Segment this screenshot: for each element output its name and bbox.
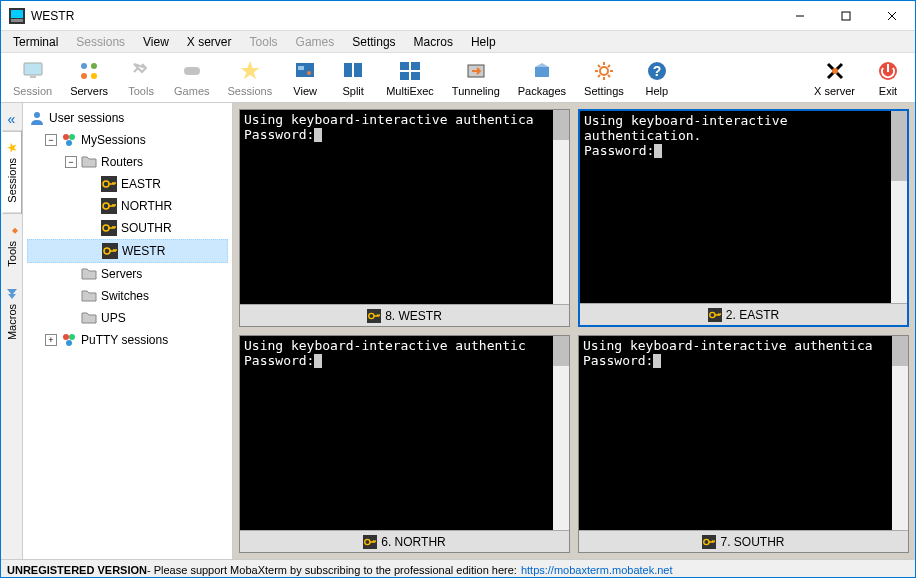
toolbar-help-button[interactable]: ?Help [636,57,678,99]
svg-point-44 [69,334,75,340]
session-tree: User sessions − MySessions − Routers EAS… [23,103,233,559]
cursor-icon [314,354,322,368]
svg-rect-18 [354,63,362,77]
toolbar-packages-button[interactable]: Packages [512,57,572,99]
expander-icon[interactable]: + [45,334,57,346]
folder-icon [81,266,97,282]
menu-macros[interactable]: Macros [406,33,461,51]
side-tab-tools[interactable]: Tools [2,214,22,278]
toolbar-multiexec-button[interactable]: MultiExec [380,57,440,99]
terminal-line: Using keyboard-interactive authenticatio… [584,113,795,143]
svg-rect-7 [24,63,42,75]
tunnel-icon [464,59,488,83]
terminal-tab-label: 2. EASTR [726,308,779,322]
side-tab-label: Sessions [6,158,18,203]
toolbar: SessionServersToolsGamesSessionsViewSpli… [1,53,915,103]
cursor-icon [654,144,662,158]
terminal-tab[interactable]: 2. EASTR [580,303,907,325]
scrollbar[interactable] [553,110,569,304]
tree-session-eastr[interactable]: EASTR [27,173,228,195]
tree-mysessions[interactable]: − MySessions [27,129,228,151]
terminal-grid: Using keyboard-interactive authentica Pa… [233,103,915,559]
toolbar-settings-button[interactable]: Settings [578,57,630,99]
tree-ups[interactable]: UPS [27,307,228,329]
minimize-button[interactable] [777,1,823,31]
svg-rect-17 [344,63,352,77]
tree-label: User sessions [49,111,124,125]
key-icon [101,198,117,214]
side-tab-label: Tools [6,241,18,267]
toolbar-label: Games [174,85,209,97]
terminal-panel-1[interactable]: Using keyboard-interactive authenticatio… [578,109,909,327]
tree-session-westr[interactable]: WESTR [27,239,228,263]
tree-root[interactable]: User sessions [27,107,228,129]
svg-point-12 [91,73,97,79]
toolbar-label: X server [814,85,855,97]
scrollbar[interactable] [892,336,908,530]
tree-session-southr[interactable]: SOUTHR [27,217,228,239]
status-link[interactable]: https://mobaxterm.mobatek.net [521,564,673,576]
cursor-icon [653,354,661,368]
terminal-tab[interactable]: 6. NORTHR [240,530,569,552]
svg-rect-15 [298,66,304,70]
tree-label: NORTHR [121,199,172,213]
scrollbar[interactable] [891,111,907,303]
terminal-tab-label: 7. SOUTHR [720,535,784,549]
terminal-panel-2[interactable]: Using keyboard-interactive authentic Pas… [239,335,570,553]
menu-view[interactable]: View [135,33,177,51]
menu-x-server[interactable]: X server [179,33,240,51]
scrollbar[interactable] [553,336,569,530]
scroll-thumb[interactable] [892,336,908,366]
macros-icon [6,288,18,300]
app-icon [9,8,25,24]
terminal-tab[interactable]: 8. WESTR [240,304,569,326]
key-icon [363,535,377,549]
svg-rect-1 [11,10,23,18]
svg-point-31 [34,112,40,118]
menu-terminal[interactable]: Terminal [5,33,66,51]
side-tab-macros[interactable]: Macros [2,277,22,351]
toolbar-tunneling-button[interactable]: Tunneling [446,57,506,99]
expander-icon[interactable]: − [45,134,57,146]
key-icon [101,176,117,192]
menu-settings[interactable]: Settings [344,33,403,51]
tree-routers[interactable]: − Routers [27,151,228,173]
tree-servers[interactable]: Servers [27,263,228,285]
terminal-output[interactable]: Using keyboard-interactive authenticatio… [580,111,907,303]
menu-tools: Tools [242,33,286,51]
key-icon [367,309,381,323]
scroll-thumb[interactable] [553,336,569,366]
tree-session-northr[interactable]: NORTHR [27,195,228,217]
toolbar-exit-button[interactable]: Exit [867,57,909,99]
tree-switches[interactable]: Switches [27,285,228,307]
toolbar-split-button[interactable]: Split [332,57,374,99]
svg-point-11 [81,73,87,79]
terminal-output[interactable]: Using keyboard-interactive authentica Pa… [579,336,908,530]
collapse-sidebar-button[interactable]: « [2,109,22,129]
expander-icon[interactable]: − [65,156,77,168]
terminal-output[interactable]: Using keyboard-interactive authentic Pas… [240,336,569,530]
maximize-button[interactable] [823,1,869,31]
close-button[interactable] [869,1,915,31]
scroll-thumb[interactable] [553,110,569,140]
terminal-tab[interactable]: 7. SOUTHR [579,530,908,552]
toolbar-label: View [293,85,317,97]
menu-help[interactable]: Help [463,33,504,51]
svg-rect-22 [411,72,420,80]
terminal-panel-3[interactable]: Using keyboard-interactive authentica Pa… [578,335,909,553]
scroll-thumb[interactable] [891,111,907,181]
key-icon [708,308,722,322]
toolbar-view-button[interactable]: View [284,57,326,99]
view-icon [293,59,317,83]
toolbar-label: Help [646,85,669,97]
side-tab-sessions[interactable]: Sessions [2,131,22,214]
terminal-line: Password: [583,353,653,368]
tree-label: UPS [101,311,126,325]
terminal-output[interactable]: Using keyboard-interactive authentica Pa… [240,110,569,304]
tree-label: MySessions [81,133,146,147]
tree-putty[interactable]: + PuTTY sessions [27,329,228,351]
terminal-panel-0[interactable]: Using keyboard-interactive authentica Pa… [239,109,570,327]
svg-text:?: ? [653,63,662,79]
toolbar-x-server-button[interactable]: X server [808,57,861,99]
toolbar-servers-button[interactable]: Servers [64,57,114,99]
